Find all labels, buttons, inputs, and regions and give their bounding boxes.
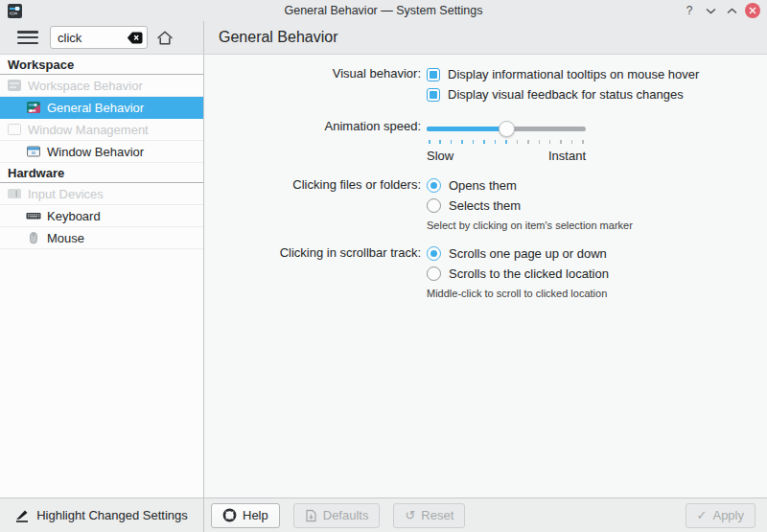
sidebar: Workspace Workspace Behavior: [0, 55, 204, 497]
keyboard-icon: [26, 208, 41, 223]
scroll-location-radio-line[interactable]: Scrolls to the clicked location: [427, 264, 609, 284]
reset-icon: ↺: [405, 509, 415, 521]
visual-behavior-row: Visual behavior: Display informational t…: [204, 64, 767, 104]
window-management-icon: [7, 122, 22, 137]
reset-button[interactable]: ↺ Reset: [393, 503, 465, 528]
clicking-scrollbar-hint: Middle-click to scroll to clicked locati…: [427, 288, 609, 299]
help-button[interactable]: Help: [211, 503, 280, 528]
selects-them-label: Selects them: [449, 198, 521, 213]
section-header-workspace: Workspace: [0, 55, 203, 75]
minimize-button[interactable]: [703, 3, 718, 18]
slider-min-label: Slow: [427, 149, 453, 163]
scroll-page-label: Scrolls one page up or down: [449, 246, 607, 261]
sidebar-item-label: General Behavior: [47, 101, 144, 115]
opens-them-radio[interactable]: [427, 178, 441, 193]
clicking-files-hint: Select by clicking on item's selection m…: [427, 220, 633, 231]
slider-ticks: [427, 140, 586, 144]
window-behavior-icon: [26, 144, 41, 159]
search-value: click: [58, 31, 127, 45]
input-devices-icon: [7, 186, 22, 201]
scroll-page-radio-line[interactable]: Scrolls one page up or down: [427, 243, 609, 264]
defaults-button[interactable]: Defaults: [293, 503, 381, 528]
tooltips-checkbox-label: Display informational tooltips on mouse …: [448, 67, 699, 81]
slider-handle[interactable]: [499, 121, 515, 137]
slider-track[interactable]: [427, 121, 586, 137]
highlighter-icon: [15, 509, 30, 522]
page-title: General Behavior: [204, 21, 767, 54]
visual-feedback-checkbox-label: Display visual feedback for status chang…: [448, 87, 684, 102]
visual-behavior-label: Visual behavior:: [204, 64, 421, 104]
search-input[interactable]: click: [50, 26, 148, 49]
sidebar-item-window-management[interactable]: Window Management: [0, 119, 203, 141]
workspace-behavior-icon: [7, 78, 22, 93]
opens-them-radio-line[interactable]: Opens them: [427, 175, 633, 196]
highlight-changed-settings-button[interactable]: Highlight Changed Settings: [15, 508, 188, 522]
sidebar-item-label: Keyboard: [47, 209, 101, 223]
sidebar-item-label: Mouse: [47, 231, 84, 245]
sidebar-item-keyboard[interactable]: Keyboard: [0, 205, 203, 227]
content-pane: Visual behavior: Display informational t…: [204, 55, 767, 497]
system-settings-window: General Behavior — System Settings ? cli…: [0, 0, 767, 532]
apply-check-icon: ✓: [697, 509, 708, 521]
visual-feedback-checkbox-line[interactable]: Display visual feedback for status chang…: [427, 84, 699, 104]
clear-search-icon[interactable]: [127, 32, 143, 44]
selects-them-radio-line[interactable]: Selects them: [427, 196, 633, 216]
window-title: General Behavior — System Settings: [0, 4, 767, 17]
apply-button[interactable]: ✓ Apply: [686, 503, 755, 528]
scroll-location-label: Scrolls to the clicked location: [449, 266, 609, 281]
sidebar-item-window-behavior[interactable]: Window Behavior: [0, 141, 203, 163]
tooltips-checkbox-line[interactable]: Display informational tooltips on mouse …: [427, 64, 699, 84]
highlight-changed-settings-label: Highlight Changed Settings: [36, 508, 188, 522]
animation-speed-slider[interactable]: Slow Instant: [427, 117, 586, 163]
defaults-button-label: Defaults: [323, 508, 369, 522]
sidebar-item-label: Window Management: [28, 123, 149, 137]
reset-button-label: Reset: [421, 508, 453, 522]
titlebar-help-button[interactable]: ?: [682, 3, 697, 18]
slider-max-label: Instant: [548, 149, 586, 163]
maximize-button[interactable]: [724, 3, 739, 18]
scroll-page-radio[interactable]: [427, 246, 441, 261]
section-header-hardware: Hardware: [0, 163, 203, 183]
close-button[interactable]: [745, 3, 760, 18]
sidebar-item-label: Workspace Behavior: [28, 79, 143, 93]
menu-icon[interactable]: [17, 30, 38, 45]
titlebar[interactable]: General Behavior — System Settings ?: [0, 0, 767, 21]
visual-feedback-checkbox[interactable]: [427, 88, 440, 102]
sidebar-item-input-devices[interactable]: Input Devices: [0, 183, 203, 205]
defaults-icon: [305, 509, 317, 522]
selects-them-radio[interactable]: [427, 198, 441, 213]
animation-speed-label: Animation speed:: [204, 117, 421, 163]
help-button-label: Help: [243, 508, 268, 522]
opens-them-label: Opens them: [449, 178, 517, 193]
mouse-icon: [26, 230, 41, 245]
sidebar-item-general-behavior[interactable]: General Behavior: [0, 97, 203, 119]
sidebar-item-mouse[interactable]: Mouse: [0, 227, 203, 249]
tooltips-checkbox[interactable]: [427, 68, 440, 81]
clicking-scrollbar-row: Clicking in scrollbar track: Scrolls one…: [204, 243, 767, 299]
clicking-scrollbar-label: Clicking in scrollbar track:: [204, 243, 421, 299]
help-icon: [222, 508, 237, 522]
apply-button-label: Apply: [712, 508, 744, 522]
animation-speed-row: Animation speed:: [204, 117, 767, 163]
clicking-files-label: Clicking files or folders:: [204, 175, 421, 231]
toolbar-left: click: [0, 21, 204, 54]
general-behavior-icon: [26, 100, 41, 115]
toolbar: click General Behavior: [0, 21, 767, 55]
footer: Highlight Changed Settings Help Defaults…: [0, 497, 767, 532]
home-icon[interactable]: [156, 30, 174, 46]
sidebar-item-workspace-behavior[interactable]: Workspace Behavior: [0, 75, 203, 97]
scroll-location-radio[interactable]: [427, 266, 441, 281]
sidebar-item-label: Input Devices: [28, 187, 104, 201]
sidebar-item-label: Window Behavior: [47, 145, 144, 159]
clicking-files-row: Clicking files or folders: Opens them Se…: [204, 175, 767, 231]
